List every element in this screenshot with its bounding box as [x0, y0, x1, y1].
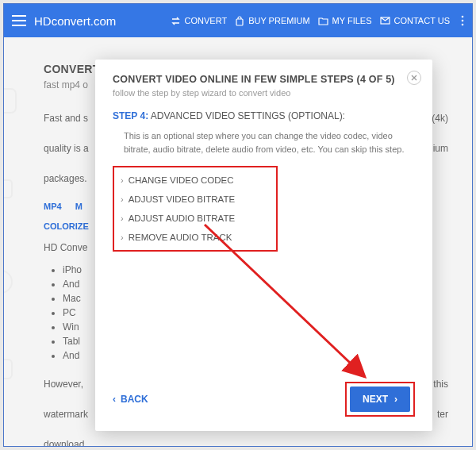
- nav-label: MY FILES: [332, 16, 372, 25]
- step-name: ADVANCED VIDEO SETTINGS (OPTIONAL):: [148, 110, 345, 121]
- svg-rect-11: [3, 360, 12, 379]
- modal-footer: ‹ BACK NEXT ›: [113, 382, 415, 417]
- top-nav: HDconvert.com CONVERT BUY PREMIUM MY FIL…: [4, 4, 472, 37]
- bg-text: However,: [44, 377, 83, 391]
- bg-text: download: [44, 437, 448, 447]
- chevron-right-icon: ›: [121, 233, 124, 242]
- close-icon[interactable]: [407, 71, 421, 85]
- step-description: This is an optional step where you can c…: [113, 129, 415, 156]
- brand-title[interactable]: HDconvert.com: [34, 14, 116, 28]
- mail-icon: [380, 17, 390, 25]
- app-frame: HDconvert.com CONVERT BUY PREMIUM MY FIL…: [3, 3, 473, 447]
- chevron-right-icon: ›: [121, 175, 124, 185]
- svg-point-7: [462, 24, 464, 26]
- next-highlight: NEXT ›: [345, 382, 415, 417]
- option-video-bitrate[interactable]: › ADJUST VIDEO BITRATE: [114, 190, 276, 209]
- svg-rect-9: [3, 180, 12, 198]
- option-label: CHANGE VIDEO CODEC: [129, 175, 234, 185]
- nav-buy[interactable]: BUY PREMIUM: [235, 16, 309, 26]
- option-audio-bitrate[interactable]: › ADJUST AUDIO BITRATE: [114, 209, 276, 228]
- svg-rect-3: [236, 19, 243, 25]
- option-label: REMOVE AUDIO TRACK: [129, 233, 232, 242]
- svg-point-5: [462, 16, 464, 18]
- nav-label: BUY PREMIUM: [248, 16, 309, 25]
- nav-label: CONVERT: [185, 16, 228, 25]
- back-label: BACK: [121, 394, 148, 405]
- options-highlight: › CHANGE VIDEO CODEC › ADJUST VIDEO BITR…: [113, 166, 278, 252]
- svg-rect-8: [3, 89, 16, 113]
- more-icon: [461, 15, 464, 26]
- option-remove-audio[interactable]: › REMOVE AUDIO TRACK: [114, 228, 276, 247]
- bg-tab[interactable]: COLORIZE: [44, 221, 89, 231]
- step-number: STEP 4:: [113, 110, 148, 121]
- next-label: NEXT: [363, 394, 388, 405]
- bg-text: ter: [437, 407, 448, 421]
- menu-icon[interactable]: [12, 15, 26, 26]
- modal-title: CONVERT VIDEO ONLINE IN FEW SIMPLE STEPS…: [113, 74, 415, 85]
- svg-point-10: [3, 271, 12, 293]
- nav-contact[interactable]: CONTACT US: [380, 16, 451, 25]
- chevron-right-icon: ›: [121, 194, 124, 204]
- modal-subtitle: follow the step by step wizard to conver…: [113, 88, 415, 98]
- option-label: ADJUST AUDIO BITRATE: [129, 213, 235, 223]
- bg-text: watermark: [44, 407, 88, 421]
- option-label: ADJUST VIDEO BITRATE: [129, 194, 235, 204]
- folder-icon: [318, 17, 328, 25]
- back-button[interactable]: ‹ BACK: [113, 394, 148, 405]
- nav-more[interactable]: [458, 15, 464, 26]
- chevron-right-icon: ›: [394, 394, 397, 405]
- nav-files[interactable]: MY FILES: [318, 16, 372, 25]
- chevron-right-icon: ›: [121, 213, 124, 223]
- swap-icon: [171, 16, 181, 26]
- wizard-modal: CONVERT VIDEO ONLINE IN FEW SIMPLE STEPS…: [95, 60, 432, 431]
- next-button[interactable]: NEXT ›: [350, 387, 410, 412]
- option-change-codec[interactable]: › CHANGE VIDEO CODEC: [114, 171, 276, 190]
- svg-point-6: [462, 20, 464, 22]
- nav-convert[interactable]: CONVERT: [171, 16, 228, 26]
- bg-text: quality is a: [44, 141, 89, 156]
- bg-tab[interactable]: MP4: [44, 202, 62, 211]
- chevron-left-icon: ‹: [113, 394, 116, 405]
- bag-icon: [235, 16, 244, 26]
- bg-text: ium: [433, 141, 448, 156]
- bg-tab[interactable]: M: [75, 202, 83, 211]
- step-heading: STEP 4: ADVANCED VIDEO SETTINGS (OPTIONA…: [113, 110, 415, 121]
- nav-label: CONTACT US: [394, 16, 451, 25]
- bg-text: Fast and s: [44, 111, 88, 125]
